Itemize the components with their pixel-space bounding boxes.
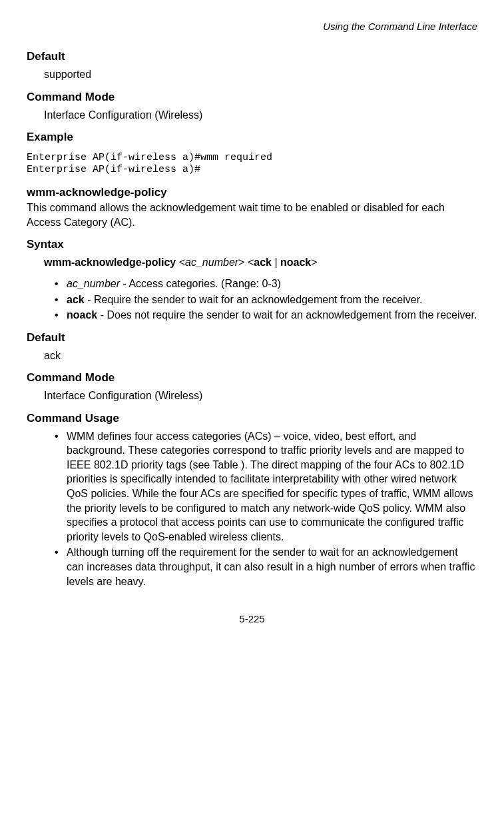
param-rest: - Does not require the sender to wait fo…: [97, 309, 477, 321]
command-mode-value-2: Interface Configuration (Wireless): [44, 389, 477, 403]
default-value-1: supported: [44, 67, 477, 82]
param-term: ack: [67, 294, 85, 305]
command-mode-heading-1: Command Mode: [27, 90, 477, 105]
syntax-heading: Syntax: [27, 237, 477, 253]
param-item: ack - Require the sender to wait for an …: [57, 293, 477, 307]
page-number: 5-225: [27, 612, 477, 626]
command-mode-value-1: Interface Configuration (Wireless): [44, 108, 477, 123]
param-rest: - Access categories. (Range: 0-3): [120, 278, 281, 289]
running-header: Using the Command Line Interface: [27, 20, 477, 33]
param-item: ac_number - Access categories. (Range: 0…: [57, 277, 477, 291]
usage-item: Although turning off the requirement for…: [57, 545, 477, 588]
command-mode-heading-2: Command Mode: [27, 371, 477, 386]
syntax-arg3: noack: [280, 257, 311, 268]
example-code: Enterprise AP(if-wireless a)#wmm require…: [27, 152, 477, 176]
param-list: ac_number - Access categories. (Range: 0…: [57, 277, 477, 323]
command-usage-heading: Command Usage: [27, 411, 477, 426]
default-heading-1: Default: [27, 49, 477, 65]
usage-item: WMM defines four access categories (ACs)…: [57, 429, 477, 544]
syntax-sep2: > <: [238, 257, 254, 268]
syntax-sep: <: [179, 257, 185, 268]
command-description: This command allows the acknowledgement …: [27, 201, 477, 229]
command-title: wmm-acknowledge-policy: [27, 185, 477, 201]
param-item: noack - Does not require the sender to w…: [57, 308, 477, 323]
syntax-arg2: ack: [254, 257, 272, 268]
syntax-close: >: [311, 257, 317, 268]
syntax-arg1: ac_number: [185, 257, 238, 268]
syntax-line: wmm-acknowledge-policy <ac_number> <ack …: [44, 255, 477, 270]
syntax-pipe: |: [272, 257, 280, 268]
example-heading: Example: [27, 130, 477, 145]
default-heading-2: Default: [27, 331, 477, 346]
param-term: noack: [67, 309, 97, 321]
param-term: ac_number: [67, 278, 120, 289]
param-rest: - Require the sender to wait for an ackn…: [85, 294, 423, 305]
syntax-cmd: wmm-acknowledge-policy: [44, 257, 176, 268]
usage-list: WMM defines four access categories (ACs)…: [57, 429, 477, 589]
default-value-2: ack: [44, 349, 477, 363]
